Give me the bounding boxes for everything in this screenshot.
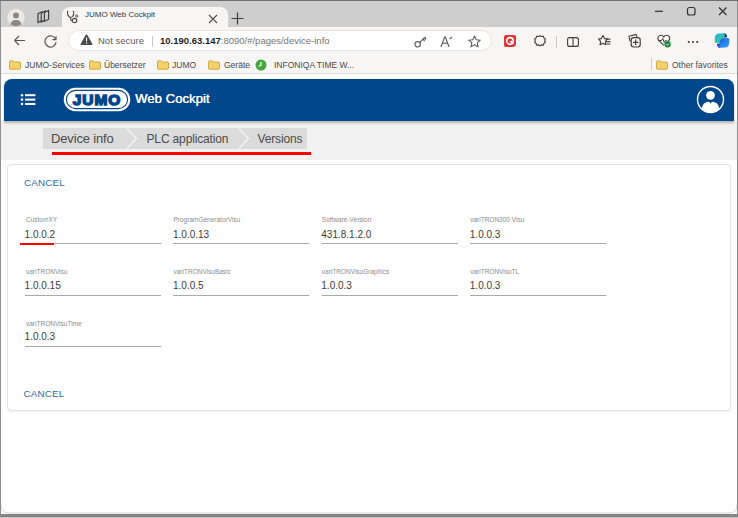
svg-text:JUMO: JUMO xyxy=(73,91,121,108)
